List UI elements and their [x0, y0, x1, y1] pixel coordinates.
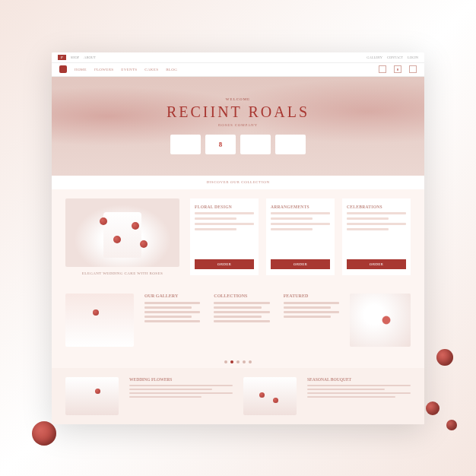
hero-title: RECIINT ROALS — [167, 103, 309, 121]
footer-thumb[interactable] — [65, 377, 119, 415]
order-button[interactable]: ORDER — [271, 259, 330, 269]
cart-icon[interactable]: 8 — [394, 65, 401, 73]
gallery-card[interactable] — [65, 294, 134, 347]
top-link[interactable]: CONTACT — [387, 56, 403, 59]
hero-card[interactable] — [170, 135, 201, 154]
service-card: ARRANGEMENTS ORDER — [266, 198, 335, 275]
search-icon[interactable] — [379, 65, 386, 73]
service-card: CELEBRATIONS ORDER — [342, 198, 411, 275]
hero-card[interactable] — [275, 135, 306, 154]
top-link[interactable]: SHOP — [71, 56, 80, 59]
hero-banner: WELCOME RECIINT ROALS ROSES COMPANY 8 — [52, 77, 424, 176]
page-dot-active[interactable] — [230, 360, 233, 363]
top-link[interactable]: GALLERY — [367, 56, 382, 59]
col-heading: COLLECTIONS — [214, 294, 269, 298]
card-title: ARRANGEMENTS — [271, 205, 330, 209]
website-page: P SHOP ABOUT GALLERY CONTACT LOGIN HOME … — [52, 52, 424, 424]
service-columns: FLORAL DESIGN ORDER ARRANGEMENTS ORDER C… — [190, 198, 411, 275]
footer-section: WEDDING FLOWERS SEASONAL BOUQUET — [52, 368, 424, 424]
info-col: FEATURED — [284, 294, 339, 347]
footer-col: SEASONAL BOUQUET — [307, 377, 411, 415]
page-dot[interactable] — [224, 360, 227, 363]
pagination-dots — [52, 356, 424, 368]
section-heading: DISCOVER OUR COLLECTION — [52, 176, 424, 189]
feature-product: ELEGANT WEDDING CAKE WITH ROSES — [65, 198, 179, 275]
logo-icon[interactable] — [59, 65, 67, 73]
main-nav: HOME FLOWERS EVENTS CAKES BLOG 8 — [52, 63, 424, 77]
card-title: FLORAL DESIGN — [195, 205, 254, 209]
hero-card[interactable]: 8 — [205, 135, 236, 154]
nav-link[interactable]: EVENTS — [121, 68, 137, 71]
promo-tag: P — [58, 55, 66, 60]
page-dot[interactable] — [236, 360, 240, 363]
mid-section: ELEGANT WEDDING CAKE WITH ROSES FLORAL D… — [52, 189, 424, 284]
order-button[interactable]: ORDER — [195, 259, 254, 269]
service-card: FLORAL DESIGN ORDER — [190, 198, 259, 275]
footer-title: WEDDING FLOWERS — [129, 377, 233, 382]
hero-card[interactable] — [240, 135, 271, 154]
col-heading: OUR GALLERY — [144, 294, 200, 298]
top-link[interactable]: ABOUT — [84, 56, 96, 59]
footer-title: SEASONAL BOUQUET — [307, 377, 411, 382]
info-col: COLLECTIONS — [214, 294, 269, 347]
page-dot[interactable] — [243, 360, 246, 363]
cake-image[interactable] — [65, 198, 179, 267]
gallery-section: OUR GALLERY COLLECTIONS FEATURED — [52, 284, 424, 356]
nav-link[interactable]: FLOWERS — [94, 68, 113, 71]
info-columns: OUR GALLERY COLLECTIONS FEATURED — [144, 294, 339, 347]
cake-thumb-image — [65, 294, 134, 347]
page-dot[interactable] — [249, 360, 252, 363]
hero-cards: 8 — [170, 135, 306, 154]
hero-subtitle: ROSES COMPANY — [218, 123, 258, 127]
user-icon[interactable] — [409, 65, 417, 73]
topbar: P SHOP ABOUT GALLERY CONTACT LOGIN — [52, 52, 424, 63]
nav-link[interactable]: BLOG — [166, 68, 177, 71]
hero-eyebrow: WELCOME — [226, 97, 250, 101]
nav-link[interactable]: CAKES — [144, 68, 158, 71]
footer-col: WEDDING FLOWERS — [129, 377, 233, 415]
order-button[interactable]: ORDER — [347, 259, 406, 269]
bouquet-thumb[interactable] — [350, 294, 411, 347]
nav-link[interactable]: HOME — [75, 68, 87, 71]
top-link[interactable]: LOGIN — [408, 56, 418, 59]
footer-thumb[interactable] — [243, 377, 297, 415]
card-title: CELEBRATIONS — [347, 205, 406, 209]
col-heading: FEATURED — [284, 294, 339, 298]
info-col: OUR GALLERY — [144, 294, 200, 347]
cake-caption: ELEGANT WEDDING CAKE WITH ROSES — [65, 271, 179, 275]
